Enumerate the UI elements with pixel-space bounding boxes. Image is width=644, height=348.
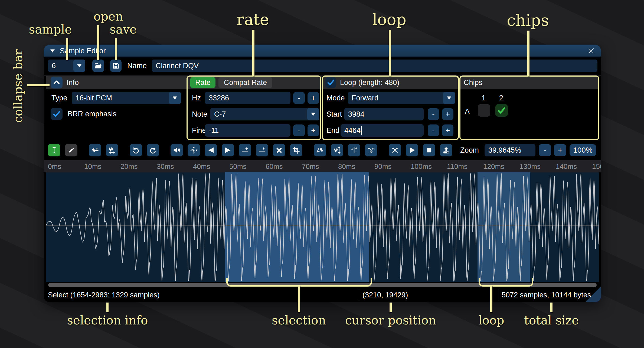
timeline-tick: 20ms: [120, 162, 138, 171]
zoom-value: 39.9645%: [488, 146, 521, 155]
annotation-stem: [527, 31, 529, 76]
sample-number-select[interactable]: 6: [48, 60, 85, 72]
normalize-icon: [190, 146, 198, 154]
close-icon[interactable]: [587, 47, 595, 55]
zoom-label: Zoom: [460, 144, 479, 156]
timeline-tick: 130ms: [519, 162, 541, 171]
amplify-icon: [333, 146, 341, 154]
open-button[interactable]: [92, 60, 104, 72]
trim-button[interactable]: [290, 144, 302, 156]
fade-in-button[interactable]: [205, 144, 217, 156]
timeline-tick: 110ms: [447, 162, 468, 171]
waveform-plot: [46, 172, 599, 282]
loop-mode-value: Forward: [348, 94, 443, 102]
preview-button[interactable]: [171, 144, 183, 156]
hz-plus-button[interactable]: +: [308, 92, 319, 104]
sample-number-value: 6: [48, 62, 73, 70]
loop-mode-select[interactable]: Forward: [348, 92, 455, 104]
fade-in-icon: [207, 146, 215, 154]
ibeam-icon: [50, 146, 58, 154]
crossfade-button[interactable]: [389, 144, 401, 156]
chip-checkbox-a-1[interactable]: [478, 104, 490, 117]
zoom-input[interactable]: 39.9645%: [485, 144, 535, 156]
normalize-button[interactable]: [188, 144, 200, 156]
note-select[interactable]: C-7: [210, 108, 319, 120]
chip-checkbox-a-2[interactable]: [495, 104, 508, 117]
dc-offset-button[interactable]: [348, 144, 360, 156]
timeline-tick: 10ms: [84, 162, 102, 171]
loop-end-input[interactable]: 4464: [341, 124, 424, 137]
fade-out-icon: [224, 146, 232, 154]
loop-start-minus-button[interactable]: -: [428, 108, 439, 120]
timeline-ruler[interactable]: 0ms10ms20ms30ms40ms50ms60ms70ms80ms90ms1…: [44, 160, 601, 172]
window-collapse-icon[interactable]: [49, 47, 56, 54]
save-button[interactable]: [110, 60, 122, 72]
annotation-selection-info: selection info: [67, 313, 148, 327]
annotation-stem: [490, 285, 492, 312]
type-dropdown-arrow-icon[interactable]: [169, 92, 181, 104]
type-select[interactable]: 16-bit PCM: [72, 92, 181, 104]
loop-start-value: 3984: [348, 110, 364, 119]
annotation-stem: [389, 30, 391, 76]
sample-dropdown-arrow-icon[interactable]: [73, 60, 85, 72]
amplify-button[interactable]: [331, 144, 343, 156]
brr-emphasis-checkbox[interactable]: [51, 108, 63, 120]
note-dropdown-arrow-icon[interactable]: [307, 108, 319, 120]
delete-button[interactable]: [273, 144, 285, 156]
rate-tab[interactable]: Rate: [190, 77, 215, 88]
annotation-stem: [115, 38, 117, 60]
redo-button[interactable]: [147, 144, 159, 156]
check-icon: [52, 110, 61, 118]
select-mode-button[interactable]: [48, 144, 60, 156]
waveform-scrollbar[interactable]: [48, 283, 597, 287]
stop-button[interactable]: [423, 144, 435, 156]
info-panel: Info Type 16-bit PCM BRR emphasis: [46, 76, 188, 140]
loop-start-input[interactable]: 3984: [344, 108, 424, 120]
cursor-position-text: (3210, 19429): [362, 291, 408, 299]
dc-offset-icon: [350, 146, 358, 154]
zoom-out-button[interactable]: -: [539, 144, 551, 156]
loop-enable-checkbox[interactable]: [325, 77, 336, 88]
loop-panel-title: Loop (length: 480): [340, 78, 399, 87]
hz-minus-button[interactable]: -: [293, 92, 305, 104]
collapse-bar-button[interactable]: [51, 77, 63, 88]
loop-start-plus-button[interactable]: +: [442, 108, 453, 120]
chevron-up-icon: [53, 78, 61, 87]
speaker-icon: [173, 146, 181, 154]
annotation-total-size: total size: [524, 313, 579, 327]
reverse-button[interactable]: [314, 144, 326, 156]
stop-icon: [425, 146, 433, 154]
timeline-tick: 150ms: [592, 162, 601, 171]
import-button[interactable]: [440, 144, 452, 156]
fine-plus-button[interactable]: +: [308, 124, 319, 136]
play-button[interactable]: [406, 144, 418, 156]
annotation-collapse-bar: collapse bar: [11, 49, 25, 123]
draw-mode-button[interactable]: [65, 144, 77, 156]
filter-button[interactable]: [365, 144, 377, 156]
fine-input[interactable]: -11: [205, 124, 290, 137]
name-input[interactable]: Clarinet DQV: [152, 60, 597, 72]
fine-minus-button[interactable]: -: [293, 124, 305, 136]
title-bar[interactable]: Sample Editor: [44, 45, 601, 57]
rate-panel: Rate Compat Rate Hz 33286 - + Note C-7 F…: [188, 76, 322, 140]
hz-input[interactable]: 33286: [205, 92, 290, 104]
redo-icon: [149, 146, 157, 154]
loop-end-plus-button[interactable]: +: [442, 124, 453, 136]
waveform-display[interactable]: [46, 172, 599, 282]
upload-icon: [442, 146, 450, 154]
mode-dropdown-arrow-icon[interactable]: [443, 92, 455, 104]
fade-out-button[interactable]: [222, 144, 234, 156]
silence-button[interactable]: [256, 144, 268, 156]
loop-end-minus-button[interactable]: -: [428, 124, 439, 136]
compat-rate-tab[interactable]: Compat Rate: [218, 77, 272, 88]
annotation-rate: rate: [237, 10, 269, 29]
check-icon: [497, 106, 506, 115]
resize-sample-button[interactable]: [89, 144, 101, 156]
mode-label: Mode: [326, 92, 345, 104]
zoom-in-button[interactable]: +: [554, 144, 566, 156]
stretch-sample-button[interactable]: [106, 144, 118, 156]
zoom-reset-button[interactable]: 100%: [570, 144, 596, 156]
undo-button[interactable]: [130, 144, 142, 156]
insert-silence-button[interactable]: [239, 144, 251, 156]
open-folder-icon: [94, 62, 102, 70]
